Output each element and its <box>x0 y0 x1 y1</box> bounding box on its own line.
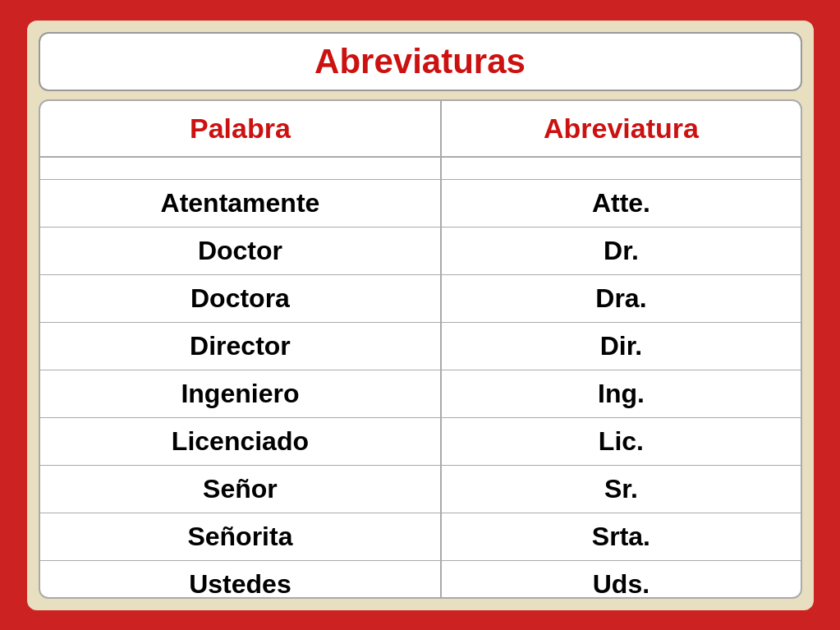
cell-palabra: Señor <box>40 466 442 513</box>
cell-palabra: Doctora <box>40 275 442 323</box>
cell-abreviatura: Dir. <box>441 323 800 370</box>
empty-row-top <box>40 157 801 180</box>
table-row: DirectorDir. <box>40 323 801 370</box>
cell-abreviatura: Sr. <box>441 466 800 513</box>
table-row: DoctoraDra. <box>40 275 801 323</box>
table-row: IngenieroIng. <box>40 370 801 418</box>
cell-abreviatura: Atte. <box>441 180 800 228</box>
table-row: UstedesUds. <box>40 561 801 599</box>
cell-palabra: Licenciado <box>40 418 442 466</box>
cell-palabra: Ustedes <box>40 561 442 599</box>
cell-abreviatura: Lic. <box>441 418 800 466</box>
cell-palabra: Señorita <box>40 513 442 561</box>
cell-abreviatura: Uds. <box>441 561 800 599</box>
table-row: AtentamenteAtte. <box>40 180 801 228</box>
cell-palabra: Doctor <box>40 228 442 275</box>
cell-abreviatura: Dr. <box>441 228 800 275</box>
title-box: Abreviaturas <box>39 32 802 91</box>
table-row: DoctorDr. <box>40 228 801 275</box>
abbreviations-table: Palabra Abreviatura AtentamenteAtte.Doct… <box>40 101 801 599</box>
cell-palabra: Director <box>40 323 442 370</box>
table-header-row: Palabra Abreviatura <box>40 101 801 157</box>
cell-palabra: Atentamente <box>40 180 442 228</box>
column-header-abreviatura: Abreviatura <box>441 101 800 157</box>
cell-palabra: Ingeniero <box>40 370 442 418</box>
cell-abreviatura: Dra. <box>441 275 800 323</box>
main-title: Abreviaturas <box>314 42 526 80</box>
cell-abreviatura: Ing. <box>441 370 800 418</box>
cell-abreviatura: Srta. <box>441 513 800 561</box>
table-container: Palabra Abreviatura AtentamenteAtte.Doct… <box>39 99 802 599</box>
column-header-palabra: Palabra <box>40 101 442 157</box>
outer-container: Abreviaturas Palabra Abreviatura Atentam… <box>22 16 819 615</box>
table-row: SeñoritaSrta. <box>40 513 801 561</box>
table-row: SeñorSr. <box>40 466 801 513</box>
table-row: LicenciadoLic. <box>40 418 801 466</box>
